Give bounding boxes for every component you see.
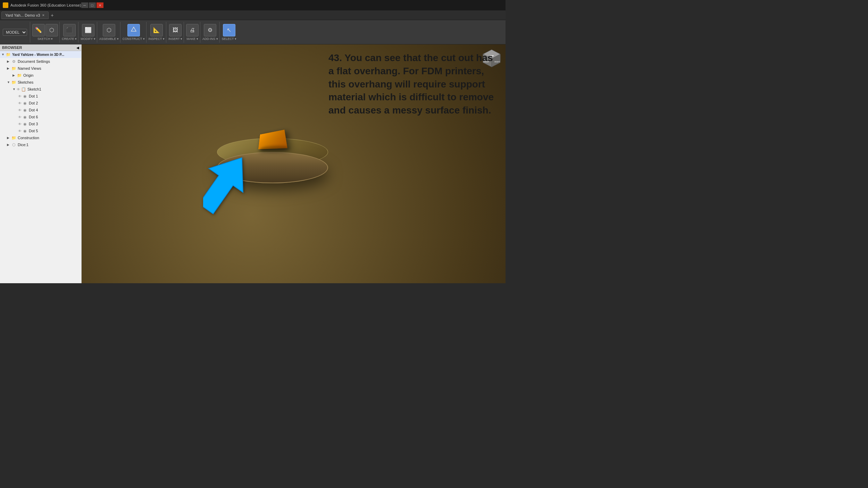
addins-button[interactable]: ⚙ bbox=[204, 24, 216, 36]
browser-header: BROWSER ◀ bbox=[0, 44, 81, 51]
new-tab-button[interactable]: + bbox=[49, 12, 56, 19]
select-icon: ↖ bbox=[227, 27, 231, 33]
close-button[interactable]: ✕ bbox=[97, 2, 103, 8]
dot3-eye-icon: 👁 bbox=[18, 122, 22, 126]
sketch1-eye-icon: 👁 bbox=[17, 87, 20, 91]
dot6-eye-icon: 👁 bbox=[18, 115, 22, 119]
dot1-icon: ◉ bbox=[22, 93, 28, 99]
tab-label: Yard Yah... Demo v3 bbox=[5, 13, 40, 17]
construction-icon: 📁 bbox=[11, 135, 17, 141]
assemble-button[interactable]: ⬡ bbox=[103, 24, 115, 36]
dice1-label: Dice:1 bbox=[18, 143, 28, 147]
dot6-icon: ◉ bbox=[22, 114, 28, 120]
toolbar-group-select: ↖ SELECT ▾ bbox=[220, 22, 238, 43]
origin-label: Origin bbox=[23, 73, 33, 77]
tree-item-sketch1[interactable]: ▼ 👁 📋 Sketch1 bbox=[0, 86, 81, 93]
tree-item-sketches[interactable]: ▼ 📁 Sketches bbox=[0, 79, 81, 86]
tree-item-named-views[interactable]: ▶ 📁 Named Views bbox=[0, 65, 81, 72]
tree-item-dot6[interactable]: 👁 ◉ Dot 6 bbox=[0, 113, 81, 120]
tree-item-dot2[interactable]: 👁 ◉ Dot 2 bbox=[0, 100, 81, 107]
restore-button[interactable]: □ bbox=[89, 2, 96, 8]
dot5-label: Dot 5 bbox=[29, 129, 38, 133]
insert-button[interactable]: 🖼 bbox=[169, 24, 182, 36]
named-views-icon: 📁 bbox=[11, 66, 17, 71]
toolbar: MODEL ✏️ ⬡ SKETCH ▾ ⬛ CREATE ▾ ⬜ MO bbox=[0, 20, 506, 44]
construct-icon bbox=[131, 26, 137, 34]
tree-root[interactable]: ▼ 📁 Yard Yahtzee - Women in 3D P... bbox=[0, 51, 81, 58]
dot2-icon: ◉ bbox=[22, 100, 28, 106]
make-label: MAKE ▾ bbox=[187, 37, 198, 41]
toolbar-group-sketch: ✏️ ⬡ SKETCH ▾ bbox=[31, 22, 60, 43]
tree-item-dot1[interactable]: 👁 ◉ Dot 1 bbox=[0, 93, 81, 100]
sketch1-label: Sketch1 bbox=[27, 87, 41, 91]
dice1-arrow: ▶ bbox=[7, 143, 11, 146]
toolbar-group-create: ⬛ CREATE ▾ bbox=[60, 22, 78, 43]
sketch-icon: ✏️ bbox=[35, 27, 42, 33]
doc-settings-arrow: ▶ bbox=[7, 60, 11, 63]
svg-marker-0 bbox=[131, 27, 136, 31]
toolbar-group-inspect: 📐 INSPECT ▾ bbox=[147, 22, 166, 43]
annotation-text: 43. You can see that the cut out has a f… bbox=[328, 51, 499, 117]
toolbar-group-assemble: ⬡ ASSEMBLE ▾ bbox=[98, 22, 120, 43]
select-button[interactable]: ↖ bbox=[223, 24, 235, 36]
sketches-arrow: ▼ bbox=[7, 81, 11, 84]
browser-title: BROWSER bbox=[2, 45, 22, 50]
dot4-eye-icon: 👁 bbox=[18, 108, 22, 112]
tree-item-dot4[interactable]: 👁 ◉ Dot 4 bbox=[0, 107, 81, 113]
tree-item-origin[interactable]: ▶ 📁 Origin bbox=[0, 72, 81, 79]
blue-arrow bbox=[203, 152, 245, 216]
sketch-label: SKETCH ▾ bbox=[37, 37, 53, 41]
dot3-icon: ◉ bbox=[22, 121, 28, 127]
mode-dropdown[interactable]: MODEL bbox=[3, 29, 27, 36]
make-icon: 🖨 bbox=[190, 27, 195, 33]
toolbar-group-make: 🖨 MAKE ▾ bbox=[185, 22, 200, 43]
dot2-eye-icon: 👁 bbox=[18, 101, 22, 105]
browser-panel: BROWSER ◀ ▼ 📁 Yard Yahtzee - Women in 3D… bbox=[0, 44, 82, 283]
dice1-icon: ⬡ bbox=[11, 142, 17, 148]
dot6-label: Dot 6 bbox=[29, 115, 38, 119]
addins-icon: ⚙ bbox=[208, 27, 212, 33]
toolbar-group-addins: ⚙ ADD-INS ▾ bbox=[201, 22, 220, 43]
tab-demo-v3[interactable]: Yard Yah... Demo v3 ✕ bbox=[1, 11, 49, 19]
construction-label: Construction bbox=[18, 136, 39, 140]
minimize-button[interactable]: ─ bbox=[81, 2, 88, 8]
browser-collapse-icon[interactable]: ◀ bbox=[76, 46, 79, 50]
origin-arrow: ▶ bbox=[12, 74, 17, 77]
doc-settings-label: Document Settings bbox=[18, 59, 50, 64]
dot5-eye-icon: 👁 bbox=[18, 129, 22, 133]
tab-close-icon[interactable]: ✕ bbox=[42, 14, 45, 17]
sketch-button[interactable]: ✏️ bbox=[32, 24, 45, 36]
inspect-icon: 📐 bbox=[153, 27, 160, 33]
tree-item-dice1[interactable]: ▶ ⬡ Dice:1 bbox=[0, 141, 81, 148]
tree-item-dot5[interactable]: 👁 ◉ Dot 5 bbox=[0, 127, 81, 134]
make-button[interactable]: 🖨 bbox=[186, 24, 199, 36]
inspect-button[interactable]: 📐 bbox=[150, 24, 163, 36]
toolbar-group-insert: 🖼 INSERT ▾ bbox=[167, 22, 184, 43]
tree-item-dot3[interactable]: 👁 ◉ Dot 3 bbox=[0, 120, 81, 127]
root-label: Yard Yahtzee - Women in 3D P... bbox=[12, 53, 64, 57]
tree-item-construction[interactable]: ▶ 📁 Construction bbox=[0, 134, 81, 141]
modify-button[interactable]: ⬜ bbox=[82, 24, 94, 36]
tree-item-doc-settings[interactable]: ▶ ⚙ Document Settings bbox=[0, 58, 81, 65]
toolbar-group-modify: ⬜ MODIFY ▾ bbox=[79, 22, 97, 43]
sketch-finish-button[interactable]: ⬡ bbox=[45, 24, 58, 36]
construct-label: CONSTRUCT ▾ bbox=[123, 37, 145, 41]
root-folder-icon: 📁 bbox=[6, 52, 11, 57]
sketches-icon: 📁 bbox=[11, 79, 17, 85]
construct-button[interactable] bbox=[127, 24, 140, 36]
insert-label: INSERT ▾ bbox=[168, 37, 182, 41]
dot5-icon: ◉ bbox=[22, 128, 28, 134]
sketch-finish-icon: ⬡ bbox=[49, 27, 54, 33]
create-icon: ⬛ bbox=[66, 27, 73, 33]
main-layout: BROWSER ◀ ▼ 📁 Yard Yahtzee - Women in 3D… bbox=[0, 44, 506, 283]
app-icon bbox=[3, 2, 8, 8]
toolbar-group-construct: CONSTRUCT ▾ bbox=[121, 22, 147, 43]
create-button[interactable]: ⬛ bbox=[63, 24, 76, 36]
assemble-icon: ⬡ bbox=[107, 27, 111, 33]
viewport[interactable]: TOP FRONT RIGHT 43. You can see that the… bbox=[82, 44, 506, 283]
origin-icon: 📁 bbox=[17, 73, 22, 78]
root-arrow-icon: ▼ bbox=[1, 53, 6, 56]
dot2-label: Dot 2 bbox=[29, 101, 38, 105]
dot4-icon: ◉ bbox=[22, 107, 28, 113]
dot1-eye-icon: 👁 bbox=[18, 94, 22, 98]
